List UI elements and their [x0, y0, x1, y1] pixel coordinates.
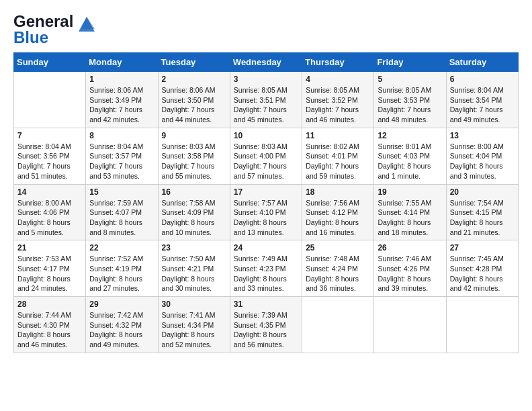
sunrise-text: Sunrise: 7:53 AM: [17, 254, 82, 264]
cell-content: Sunrise: 8:05 AM Sunset: 3:52 PM Dayligh…: [306, 85, 370, 125]
cell-content: Sunrise: 7:59 AM Sunset: 4:07 PM Dayligh…: [89, 198, 154, 238]
sunset-text: Sunset: 4:28 PM: [450, 264, 515, 274]
sunset-text: Sunset: 3:53 PM: [378, 95, 442, 105]
day-number: 17: [234, 187, 298, 197]
sunset-text: Sunset: 4:32 PM: [89, 320, 154, 330]
day-number: 27: [450, 243, 515, 253]
header-wednesday: Wednesday: [230, 53, 302, 72]
cell-content: Sunrise: 7:55 AM Sunset: 4:14 PM Dayligh…: [378, 198, 442, 238]
daylight-text: Daylight: 7 hours and 42 minutes.: [89, 105, 154, 124]
sunrise-text: Sunrise: 7:56 AM: [306, 198, 370, 208]
calendar-week-row: 1 Sunrise: 8:06 AM Sunset: 3:49 PM Dayli…: [14, 72, 519, 128]
sunset-text: Sunset: 3:57 PM: [89, 151, 154, 161]
cell-content: Sunrise: 8:03 AM Sunset: 3:58 PM Dayligh…: [162, 142, 226, 181]
calendar-cell: 30 Sunrise: 7:41 AM Sunset: 4:34 PM Dayl…: [158, 297, 230, 353]
daylight-text: Daylight: 7 hours and 44 minutes.: [162, 105, 226, 124]
daylight-text: Daylight: 8 hours and 21 minutes.: [450, 218, 515, 237]
day-number: 29: [89, 300, 154, 309]
cell-content: Sunrise: 7:45 AM Sunset: 4:28 PM Dayligh…: [450, 254, 515, 293]
logo-general: General: [13, 12, 73, 30]
calendar-cell: 15 Sunrise: 7:59 AM Sunset: 4:07 PM Dayl…: [86, 184, 158, 240]
sunrise-text: Sunrise: 7:46 AM: [378, 254, 442, 264]
day-number: 28: [17, 300, 82, 309]
daylight-text: Daylight: 8 hours and 5 minutes.: [17, 218, 82, 237]
day-number: 18: [306, 187, 370, 197]
calendar-cell: 24 Sunrise: 7:49 AM Sunset: 4:23 PM Dayl…: [230, 240, 302, 297]
daylight-text: Daylight: 8 hours and 36 minutes.: [306, 274, 370, 293]
daylight-text: Daylight: 8 hours and 24 minutes.: [17, 274, 82, 293]
sunrise-text: Sunrise: 8:00 AM: [17, 198, 82, 208]
calendar-cell: 20 Sunrise: 7:54 AM Sunset: 4:15 PM Dayl…: [446, 184, 518, 240]
day-number: 23: [162, 243, 226, 253]
calendar-cell: 19 Sunrise: 7:55 AM Sunset: 4:14 PM Dayl…: [374, 184, 446, 240]
cell-content: Sunrise: 8:04 AM Sunset: 3:54 PM Dayligh…: [450, 85, 515, 125]
sunset-text: Sunset: 4:03 PM: [378, 151, 442, 161]
day-number: 19: [378, 187, 442, 197]
daylight-text: Daylight: 8 hours and 27 minutes.: [89, 274, 154, 293]
day-number: 10: [234, 131, 298, 140]
day-number: 13: [450, 131, 515, 140]
sunset-text: Sunset: 4:15 PM: [450, 208, 515, 218]
daylight-text: Daylight: 7 hours and 57 minutes.: [234, 161, 298, 181]
calendar-cell: 17 Sunrise: 7:57 AM Sunset: 4:10 PM Dayl…: [230, 184, 302, 240]
sunrise-text: Sunrise: 7:58 AM: [162, 198, 226, 208]
sunrise-text: Sunrise: 8:04 AM: [17, 142, 82, 152]
daylight-text: Daylight: 7 hours and 48 minutes.: [378, 105, 442, 124]
calendar-week-row: 7 Sunrise: 8:04 AM Sunset: 3:56 PM Dayli…: [14, 128, 519, 184]
sunset-text: Sunset: 4:10 PM: [234, 208, 298, 218]
cell-content: Sunrise: 7:49 AM Sunset: 4:23 PM Dayligh…: [234, 254, 298, 293]
daylight-text: Daylight: 8 hours and 13 minutes.: [234, 218, 298, 237]
day-number: 7: [17, 131, 82, 140]
daylight-text: Daylight: 8 hours and 46 minutes.: [17, 330, 82, 349]
day-number: 26: [378, 243, 442, 253]
sunrise-text: Sunrise: 7:49 AM: [234, 254, 298, 264]
calendar-cell: 1 Sunrise: 8:06 AM Sunset: 3:49 PM Dayli…: [86, 72, 158, 128]
sunset-text: Sunset: 3:52 PM: [306, 95, 370, 105]
sunrise-text: Sunrise: 7:57 AM: [234, 198, 298, 208]
day-number: 15: [89, 187, 154, 197]
calendar-cell: 28 Sunrise: 7:44 AM Sunset: 4:30 PM Dayl…: [14, 297, 86, 353]
sunset-text: Sunset: 4:24 PM: [306, 264, 370, 274]
day-number: 21: [17, 243, 82, 253]
sunset-text: Sunset: 3:54 PM: [450, 95, 515, 105]
cell-content: Sunrise: 7:48 AM Sunset: 4:24 PM Dayligh…: [306, 254, 370, 293]
calendar-week-row: 28 Sunrise: 7:44 AM Sunset: 4:30 PM Dayl…: [14, 297, 519, 353]
calendar-cell: 6 Sunrise: 8:04 AM Sunset: 3:54 PM Dayli…: [446, 72, 518, 128]
day-number: 16: [162, 187, 226, 197]
day-number: 4: [306, 75, 370, 84]
calendar-cell: 31 Sunrise: 7:39 AM Sunset: 4:35 PM Dayl…: [230, 297, 302, 353]
header-tuesday: Tuesday: [158, 53, 230, 72]
calendar-cell: 11 Sunrise: 8:02 AM Sunset: 4:01 PM Dayl…: [302, 128, 374, 184]
sunset-text: Sunset: 4:06 PM: [17, 208, 82, 218]
calendar-week-row: 14 Sunrise: 8:00 AM Sunset: 4:06 PM Dayl…: [14, 184, 519, 240]
header-sunday: Sunday: [14, 53, 86, 72]
sunrise-text: Sunrise: 8:04 AM: [89, 142, 154, 152]
sunrise-text: Sunrise: 8:05 AM: [234, 85, 298, 95]
sunset-text: Sunset: 4:23 PM: [234, 264, 298, 274]
calendar-cell: 26 Sunrise: 7:46 AM Sunset: 4:26 PM Dayl…: [374, 240, 446, 297]
sunrise-text: Sunrise: 8:03 AM: [162, 142, 226, 152]
sunrise-text: Sunrise: 7:45 AM: [450, 254, 515, 264]
sunset-text: Sunset: 4:26 PM: [378, 264, 442, 274]
sunrise-text: Sunrise: 7:42 AM: [89, 310, 154, 320]
daylight-text: Daylight: 8 hours and 39 minutes.: [378, 274, 442, 293]
calendar-cell: 2 Sunrise: 8:06 AM Sunset: 3:50 PM Dayli…: [158, 72, 230, 128]
calendar-cell: 16 Sunrise: 7:58 AM Sunset: 4:09 PM Dayl…: [158, 184, 230, 240]
calendar-header-row: SundayMondayTuesdayWednesdayThursdayFrid…: [14, 53, 519, 72]
sunrise-text: Sunrise: 8:03 AM: [234, 142, 298, 152]
cell-content: Sunrise: 7:50 AM Sunset: 4:21 PM Dayligh…: [162, 254, 226, 293]
cell-content: Sunrise: 8:00 AM Sunset: 4:04 PM Dayligh…: [450, 142, 515, 181]
sunrise-text: Sunrise: 8:05 AM: [378, 85, 442, 95]
cell-content: Sunrise: 8:02 AM Sunset: 4:01 PM Dayligh…: [306, 142, 370, 181]
sunset-text: Sunset: 3:58 PM: [162, 151, 226, 161]
calendar-cell: [446, 297, 518, 353]
calendar-cell: 5 Sunrise: 8:05 AM Sunset: 3:53 PM Dayli…: [374, 72, 446, 128]
day-number: 24: [234, 243, 298, 253]
sunset-text: Sunset: 4:12 PM: [306, 208, 370, 218]
sunrise-text: Sunrise: 8:05 AM: [306, 85, 370, 95]
cell-content: Sunrise: 7:54 AM Sunset: 4:15 PM Dayligh…: [450, 198, 515, 238]
cell-content: Sunrise: 7:46 AM Sunset: 4:26 PM Dayligh…: [378, 254, 442, 293]
calendar-cell: 9 Sunrise: 8:03 AM Sunset: 3:58 PM Dayli…: [158, 128, 230, 184]
daylight-text: Daylight: 8 hours and 18 minutes.: [378, 218, 442, 237]
cell-content: Sunrise: 7:44 AM Sunset: 4:30 PM Dayligh…: [17, 310, 82, 350]
